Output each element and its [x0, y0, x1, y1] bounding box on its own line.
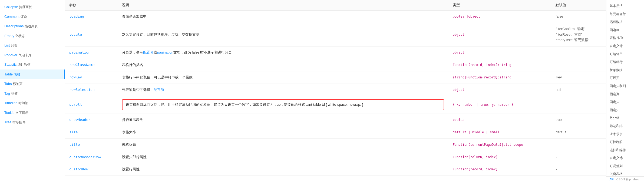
sidebar-item-list[interactable]: List 列表 [0, 41, 65, 50]
default-text: - [556, 102, 557, 107]
param-desc-cell: 设置行属性 [118, 163, 448, 176]
param-default-cell: - [551, 96, 606, 114]
pagination-link[interactable]: pagination [157, 50, 173, 54]
right-sidebar-item[interactable]: 固定头和列 [606, 82, 644, 90]
default-text: 'key' [556, 75, 562, 79]
param-default-cell: null [551, 84, 606, 96]
desc-text: 是否显示表头 [122, 118, 143, 122]
sidebar-item-table[interactable]: Table 表格 [0, 70, 65, 79]
sidebar-zh-label: 评论 [21, 15, 27, 19]
param-default-cell: filterConfirm: '确定' filterReset: '重置' em… [551, 23, 606, 46]
right-sidebar-item[interactable]: 树形数据 [606, 66, 644, 74]
param-type-cell: default | middle | small [448, 126, 551, 138]
param-name-cell: rowKey [65, 71, 118, 84]
right-sidebar-item[interactable]: 可展开 [606, 74, 644, 82]
sidebar-zh-label: 空状态 [15, 34, 25, 38]
right-sidebar-item[interactable]: 可编辑行 [606, 58, 644, 66]
pagination-config-link[interactable]: 配置项 [143, 50, 154, 54]
default-text: - [556, 63, 557, 67]
sidebar-en-label: Popover [4, 53, 17, 57]
csdn-link[interactable]: CSDN @ip_zhao [616, 178, 639, 181]
desc-text: 设置行属性 [122, 167, 140, 171]
right-sidebar-item[interactable]: 远程数据 [606, 18, 644, 26]
right-sidebar-item[interactable]: 表格行/列 [606, 34, 644, 42]
sidebar-item-descriptions[interactable]: Descriptions 描述列表 [0, 21, 65, 31]
highlight-desc: 设置横向或纵向滚动，也可用于指定滚动区域的宽和高，建议为 x 设置一个数字，如果… [122, 99, 444, 110]
prop-name: scroll [69, 102, 82, 107]
sidebar-zh-label: 列表 [11, 44, 17, 47]
sidebar-zh-label: 表格 [14, 72, 20, 76]
right-sidebar-item[interactable]: 自定义选 [606, 154, 644, 162]
param-type-cell: Function(record, index) [448, 163, 551, 176]
desc-text: 页面是否加载中 [122, 14, 147, 18]
type-text: object [453, 51, 464, 54]
sidebar-item-popover[interactable]: Popover 气泡卡片 [0, 50, 65, 60]
right-sidebar-item[interactable]: 固边框 [606, 26, 644, 34]
sidebar-en-label: Tabs [4, 82, 12, 86]
right-sidebar-item[interactable]: 固定头 [606, 106, 644, 114]
sidebar-zh-label: 折叠面板 [19, 5, 32, 9]
param-type-cell: string|Function(record):string [448, 71, 551, 84]
param-type-cell: boolean|object [448, 11, 551, 23]
prop-name: loading [69, 14, 84, 18]
sidebar-en-label: Timeline [4, 101, 18, 105]
row-selection-config-link[interactable]: 配置项 [154, 88, 164, 92]
api-link[interactable]: API [609, 178, 614, 181]
desc-text: 设置头部行属性 [122, 155, 147, 159]
param-type-cell: boolean [448, 114, 551, 126]
right-sidebar-item[interactable]: 筛选和排 [606, 122, 644, 130]
default-text: - [556, 167, 557, 171]
param-type-cell: Function(record, index):string [448, 59, 551, 71]
param-name-cell: rowSelection [65, 84, 118, 96]
sidebar-en-label: Tooltip [4, 111, 15, 115]
right-sidebar-item[interactable]: 基本用法 [606, 2, 644, 10]
default-text: false [556, 14, 563, 18]
param-type-cell: object [448, 84, 551, 96]
param-type-cell: Function(column, index) [448, 151, 551, 163]
param-default-cell [551, 138, 606, 151]
right-sidebar-item[interactable]: 固定头 [606, 98, 644, 106]
right-sidebar-item[interactable]: 单元格合并 [606, 10, 644, 18]
desc-text: 默认文案设置，目前包括排序、过滤、空数据文案 [122, 32, 199, 37]
param-default-cell [551, 47, 606, 59]
sidebar-item-tree[interactable]: Tree 树形控件 [0, 117, 65, 127]
type-text: boolean|object [453, 15, 480, 18]
type-text: object [453, 88, 464, 92]
param-desc-cell: 默认文案设置，目前包括排序、过滤、空数据文案 [118, 23, 448, 46]
sidebar-item-collapse[interactable]: Collapse 折叠面板 [0, 2, 65, 12]
desc-text: 列表项是否可选择， [122, 88, 154, 92]
type-text: default | middle | small [453, 130, 500, 134]
right-sidebar-item[interactable]: 固定列 [606, 90, 644, 98]
col-header: 说明 [118, 0, 448, 11]
api-table: 参数说明类型默认值 loading页面是否加载中boolean|objectfa… [65, 0, 606, 176]
sidebar-item-tooltip[interactable]: Tooltip 文字提示 [0, 108, 65, 118]
main-content: 参数说明类型默认值 loading页面是否加载中boolean|objectfa… [65, 0, 606, 182]
sidebar-item-timeline[interactable]: Timeline 时间轴 [0, 98, 65, 108]
param-default-cell: true [551, 114, 606, 126]
sidebar-item-statistic[interactable]: Statistic 统计数值 [0, 60, 65, 70]
right-sidebar-item[interactable]: 请求示例 [606, 130, 644, 138]
prop-name: rowKey [69, 75, 82, 79]
right-sidebar-item[interactable]: 选择和操作 [606, 146, 644, 154]
sidebar-item-empty[interactable]: Empty 空状态 [0, 31, 65, 41]
sidebar-zh-label: 标签 [11, 92, 18, 95]
param-name-cell: customRow [65, 163, 118, 176]
sidebar-item-comment[interactable]: Comment 评论 [0, 12, 65, 22]
sidebar-item-tag[interactable]: Tag 标签 [0, 89, 65, 98]
right-sidebar-item[interactable]: 可编辑单 [606, 50, 644, 58]
desc-text3: 文档，设为 false 时不展示和进行分页 [173, 50, 232, 54]
param-desc-cell: 是否显示表头 [118, 114, 448, 126]
type-text: Function(column, index) [453, 155, 498, 159]
prop-name: customRow [69, 167, 88, 171]
right-sidebar-item[interactable]: 可控制的 [606, 138, 644, 146]
right-sidebar-item[interactable]: 数分组 [606, 114, 644, 122]
prop-name: size [69, 130, 78, 134]
prop-name: rowClassName [69, 63, 95, 67]
table-row: scroll设置横向或纵向滚动，也可用于指定滚动区域的宽和高，建议为 x 设置一… [65, 96, 606, 114]
table-row: pagination分页器，参考配置项或pagination文档，设为 fals… [65, 47, 606, 59]
right-sidebar-item[interactable]: 自定义筛 [606, 42, 644, 50]
param-desc-cell: 分页器，参考配置项或pagination文档，设为 false 时不展示和进行分… [118, 47, 448, 59]
param-name-cell: loading [65, 11, 118, 23]
sidebar-item-tabs[interactable]: Tabs 标签页 [0, 79, 65, 89]
right-sidebar-item[interactable]: 可调整列 [606, 162, 644, 170]
